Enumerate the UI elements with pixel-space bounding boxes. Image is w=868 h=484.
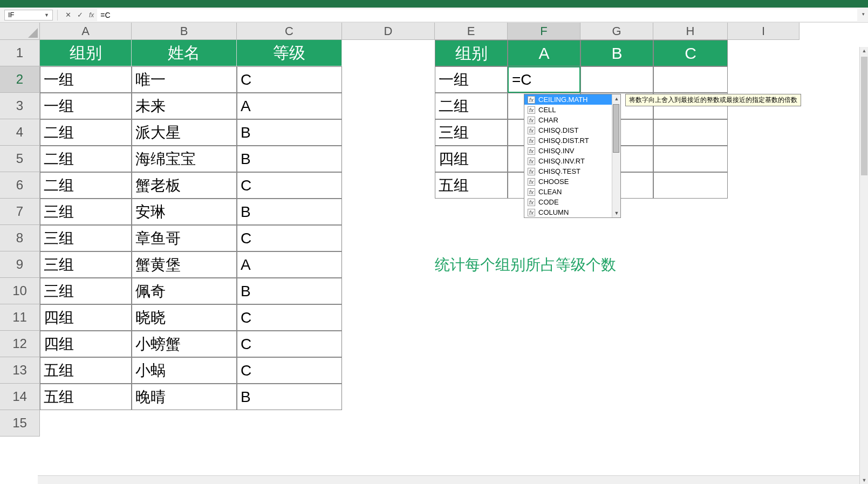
table2-cell-H5[interactable]: [653, 146, 728, 172]
table1-cell-C10[interactable]: B: [237, 278, 342, 304]
table1-cell-A3[interactable]: 一组: [40, 93, 132, 119]
table1-cell-B10[interactable]: 佩奇: [132, 278, 237, 304]
confirm-formula-button[interactable]: ✓: [74, 9, 86, 21]
name-box[interactable]: IF ▼: [4, 10, 53, 21]
table1-cell-B12[interactable]: 小螃蟹: [132, 331, 237, 357]
row-header-7[interactable]: 7: [0, 199, 40, 225]
table1-cell-C2[interactable]: C: [237, 66, 342, 93]
func-suggestion-chisq-inv[interactable]: fxCHISQ.INV: [524, 146, 620, 156]
formula-bar-expand-icon[interactable]: ▾: [862, 11, 865, 17]
table1-cell-A13[interactable]: 五组: [40, 357, 132, 384]
row-header-15[interactable]: 15: [0, 410, 40, 437]
row-header-13[interactable]: 13: [0, 357, 40, 384]
func-suggestion-code[interactable]: fxCODE: [524, 197, 620, 207]
func-suggestion-chisq-dist-rt[interactable]: fxCHISQ.DIST.RT: [524, 135, 620, 146]
table1-header-C[interactable]: 等级: [237, 40, 342, 66]
func-suggestion-char[interactable]: fxCHAR: [524, 115, 620, 125]
function-autocomplete-dropdown[interactable]: fxCEILING.MATHfxCELLfxCHARfxCHISQ.DISTfx…: [524, 94, 621, 218]
row-header-5[interactable]: 5: [0, 146, 40, 172]
table1-cell-B2[interactable]: 唯一: [132, 66, 237, 93]
table1-cell-C8[interactable]: C: [237, 225, 342, 251]
table2-cell-G2[interactable]: [580, 66, 653, 93]
table2-cell-E4[interactable]: 三组: [435, 119, 508, 146]
scroll-thumb[interactable]: [613, 104, 619, 153]
table2-cell-E2[interactable]: 一组: [435, 66, 508, 93]
table1-cell-C5[interactable]: B: [237, 146, 342, 172]
table2-header-F[interactable]: A: [508, 40, 580, 66]
func-suggestion-chisq-test[interactable]: fxCHISQ.TEST: [524, 166, 620, 176]
column-header-B[interactable]: B: [132, 23, 237, 40]
func-suggestion-column[interactable]: fxCOLUMN: [524, 207, 620, 217]
row-header-8[interactable]: 8: [0, 225, 40, 251]
func-suggestion-chisq-inv-rt[interactable]: fxCHISQ.INV.RT: [524, 156, 620, 166]
table2-cell-E3[interactable]: 二组: [435, 93, 508, 119]
row-header-6[interactable]: 6: [0, 172, 40, 199]
column-header-G[interactable]: G: [580, 23, 653, 40]
horizontal-scrollbar[interactable]: [38, 475, 859, 484]
row-header-10[interactable]: 10: [0, 278, 40, 304]
column-header-A[interactable]: A: [40, 23, 132, 40]
table1-cell-A7[interactable]: 三组: [40, 199, 132, 225]
table1-cell-B11[interactable]: 晓晓: [132, 304, 237, 331]
column-header-D[interactable]: D: [342, 23, 435, 40]
scroll-up-icon[interactable]: ▲: [612, 94, 621, 103]
table1-cell-C7[interactable]: B: [237, 199, 342, 225]
table1-cell-A2[interactable]: 一组: [40, 66, 132, 93]
table1-cell-B4[interactable]: 派大星: [132, 119, 237, 146]
func-suggestion-clean[interactable]: fxCLEAN: [524, 187, 620, 197]
table1-cell-A6[interactable]: 二组: [40, 172, 132, 199]
cell-editing-input[interactable]: =C: [512, 71, 576, 89]
vertical-scrollbar[interactable]: ▲ ▼: [859, 47, 868, 484]
table2-cell-E5[interactable]: 四组: [435, 146, 508, 172]
row-header-9[interactable]: 9: [0, 251, 40, 278]
row-header-3[interactable]: 3: [0, 93, 40, 119]
row-header-1[interactable]: 1: [0, 40, 40, 66]
cancel-formula-button[interactable]: ✕: [62, 9, 74, 21]
row-header-2[interactable]: 2: [0, 66, 40, 93]
scroll-thumb[interactable]: [861, 57, 867, 175]
table1-cell-C14[interactable]: B: [237, 384, 342, 410]
func-suggestion-cell[interactable]: fxCELL: [524, 105, 620, 115]
table1-header-B[interactable]: 姓名: [132, 40, 237, 66]
table1-header-A[interactable]: 组别: [40, 40, 132, 66]
func-suggestion-chisq-dist[interactable]: fxCHISQ.DIST: [524, 125, 620, 135]
row-header-4[interactable]: 4: [0, 119, 40, 146]
table1-cell-B7[interactable]: 安琳: [132, 199, 237, 225]
table1-cell-A4[interactable]: 二组: [40, 119, 132, 146]
table1-cell-C11[interactable]: C: [237, 304, 342, 331]
table1-cell-B8[interactable]: 章鱼哥: [132, 225, 237, 251]
formula-input[interactable]: [97, 9, 857, 21]
table1-cell-C12[interactable]: C: [237, 331, 342, 357]
table1-cell-C13[interactable]: C: [237, 357, 342, 384]
column-header-I[interactable]: I: [728, 23, 799, 40]
table2-cell-H4[interactable]: [653, 119, 728, 146]
table1-cell-A10[interactable]: 三组: [40, 278, 132, 304]
column-header-E[interactable]: E: [435, 23, 508, 40]
table1-cell-A5[interactable]: 二组: [40, 146, 132, 172]
row-header-11[interactable]: 11: [0, 304, 40, 331]
active-cell-F2[interactable]: =C: [508, 66, 580, 93]
table2-header-H[interactable]: C: [653, 40, 728, 66]
table1-cell-C4[interactable]: B: [237, 119, 342, 146]
table1-cell-B13[interactable]: 小蜗: [132, 357, 237, 384]
table1-cell-C9[interactable]: A: [237, 251, 342, 278]
fx-icon[interactable]: fx: [86, 11, 97, 19]
func-suggestion-ceiling-math[interactable]: fxCEILING.MATH: [524, 94, 620, 105]
spreadsheet-grid[interactable]: ABCDEFGHI 123456789101112131415 组别姓名等级一组…: [0, 23, 868, 484]
table1-cell-B6[interactable]: 蟹老板: [132, 172, 237, 199]
table1-cell-B14[interactable]: 晚晴: [132, 384, 237, 410]
func-suggestion-choose[interactable]: fxCHOOSE: [524, 176, 620, 187]
table1-cell-A11[interactable]: 四组: [40, 304, 132, 331]
table1-cell-A12[interactable]: 四组: [40, 331, 132, 357]
table2-cell-H2[interactable]: [653, 66, 728, 93]
select-all-corner[interactable]: [0, 23, 40, 40]
table1-cell-B9[interactable]: 蟹黄堡: [132, 251, 237, 278]
table2-cell-E6[interactable]: 五组: [435, 172, 508, 199]
table1-cell-C3[interactable]: A: [237, 93, 342, 119]
scroll-down-icon[interactable]: ▼: [612, 209, 621, 217]
table1-cell-A14[interactable]: 五组: [40, 384, 132, 410]
table1-cell-B3[interactable]: 未来: [132, 93, 237, 119]
row-header-12[interactable]: 12: [0, 331, 40, 357]
column-header-H[interactable]: H: [653, 23, 728, 40]
table1-cell-A9[interactable]: 三组: [40, 251, 132, 278]
